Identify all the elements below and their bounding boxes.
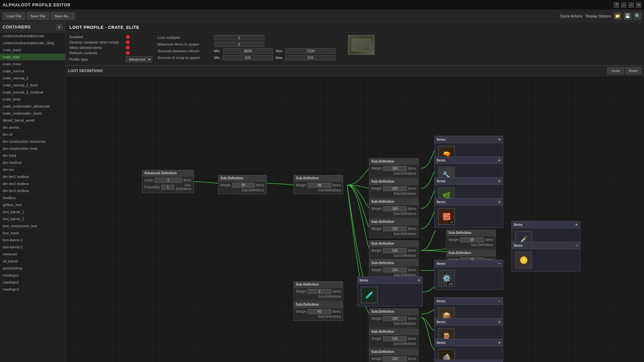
sidebar-item-dm-food[interactable]: dm food: [0, 152, 65, 159]
sidebar-item-loot_barrel_2[interactable]: loot_barrel_2: [0, 216, 65, 223]
sub-def-100-a[interactable]: Sub-Definition Weight Items Sub-Definiti…: [369, 308, 419, 328]
item-img-7[interactable]: ⚙️ x25: [438, 270, 455, 287]
allow-skinned-indicator[interactable]: [126, 46, 130, 50]
item-img-8[interactable]: 🧪: [361, 287, 378, 303]
weight-3f[interactable]: [383, 267, 407, 273]
sidebar-item-loot-barrel-2[interactable]: loot-barrel-2: [0, 244, 65, 251]
seconds-max-input[interactable]: [285, 48, 336, 54]
folder-icon[interactable]: 📁: [614, 12, 621, 20]
redo-button[interactable]: Redo: [625, 67, 641, 74]
sidebar-item-dm-medical[interactable]: dm medical: [0, 159, 65, 166]
sub-def-low-2[interactable]: Sub-Definition Weight Items Sub-Definiti…: [293, 281, 343, 301]
items-minus-9[interactable]: −: [498, 299, 501, 303]
item-img-6[interactable]: 🪙: [515, 252, 532, 268]
probability-input[interactable]: [161, 185, 175, 190]
sub-def-3b[interactable]: Sub-Definition Weight Items Sub-Definiti…: [369, 178, 419, 198]
items-node-8[interactable]: Items + 🧪: [357, 277, 423, 306]
items-add-3[interactable]: +: [498, 179, 501, 183]
enabled-indicator[interactable]: [126, 35, 130, 39]
sidebar-item-presentdrop[interactable]: presentdrop: [0, 265, 65, 272]
sub-def-node-1[interactable]: Sub-Definition Weight Items Sub-Definiti…: [218, 175, 267, 194]
items-add-11[interactable]: +: [498, 340, 501, 345]
sidebar-item-dm-ammo[interactable]: dm ammo: [0, 124, 65, 131]
sidebar-item-giftbox_loot[interactable]: giftbox_loot: [0, 201, 65, 208]
sidebar-item-loot-barrel-1[interactable]: loot-barrel-1: [0, 237, 65, 244]
sidebar-item-codelockedhackablecrate[interactable]: codelockedhackablecrate: [0, 33, 65, 40]
search-icon[interactable]: 🔍: [634, 12, 641, 20]
save-file-button[interactable]: Save File: [26, 12, 49, 20]
items-add-2[interactable]: +: [498, 158, 501, 163]
scrap-min-input[interactable]: [223, 55, 273, 60]
weight-100b[interactable]: [383, 336, 407, 341]
save-icon[interactable]: 💾: [624, 12, 631, 20]
sidebar-item-dm-construction-resources[interactable]: dm construction resources: [0, 138, 65, 145]
sub-def-3c[interactable]: Sub-Definition Weight Items Sub-Definiti…: [369, 198, 419, 218]
sidebar-item-roadsign2[interactable]: roadsign2: [0, 279, 65, 286]
weight-3c[interactable]: [383, 206, 407, 211]
sidebar-item-crate_underwater_basic[interactable]: crate_underwater_basic: [0, 110, 65, 117]
max-items-input[interactable]: [214, 42, 264, 47]
sub-def-3a[interactable]: Sub-Definition Weight Items Sub-Definiti…: [369, 158, 419, 178]
items-node-6[interactable]: Items − 🪙: [512, 242, 580, 272]
canvas-area[interactable]: Advanced Definition Loops Items Probabil…: [65, 76, 644, 362]
load-file-button[interactable]: Load File: [3, 12, 25, 20]
scrap-max-input[interactable]: [285, 55, 336, 60]
weight-3d[interactable]: [383, 226, 407, 231]
sub-def-4a[interactable]: Sub-Definition Weight Items Sub-Definiti…: [446, 230, 496, 249]
items-node-7[interactable]: Items − ⚙️ x25: [434, 260, 503, 290]
sidebar-item-roadsign1[interactable]: roadsign1: [0, 272, 65, 279]
weight-3b[interactable]: [383, 186, 407, 191]
undo-button[interactable]: Undo: [607, 67, 624, 74]
weight-3a[interactable]: [383, 166, 407, 171]
weight-input-1[interactable]: [232, 183, 255, 188]
save-as-button[interactable]: Save As...: [51, 12, 75, 20]
sub-def-3e[interactable]: Sub-Definition Weight Items Sub-Definiti…: [369, 240, 419, 260]
sidebar-item-loot_trash[interactable]: loot_trash: [0, 230, 65, 237]
refresh-contents-indicator[interactable]: [126, 51, 130, 55]
items-minus-6[interactable]: −: [575, 243, 578, 248]
help-button[interactable]: ?: [614, 2, 619, 8]
profile-type-select[interactable]: Advanced Basic: [126, 56, 152, 62]
close-button[interactable]: ✕: [636, 2, 641, 8]
items-add-1[interactable]: +: [498, 137, 501, 142]
sidebar-item-crate_normal[interactable]: crate_normal: [0, 68, 65, 75]
items-add-10[interactable]: +: [498, 319, 501, 324]
items-minus-7[interactable]: −: [498, 261, 501, 266]
sidebar-item-crate_normal_2_food[interactable]: crate_normal_2_food: [0, 82, 65, 89]
weight-100a[interactable]: [383, 316, 407, 321]
loops-input[interactable]: [155, 178, 182, 183]
sidebar-item-crate_normal_2[interactable]: crate_normal_2: [0, 75, 65, 82]
items-add-8[interactable]: +: [418, 278, 420, 283]
sidebar-item-roadsign3[interactable]: roadsign3: [0, 286, 65, 293]
loot-multiplier-input[interactable]: [214, 35, 264, 40]
weight-4a[interactable]: [460, 237, 484, 242]
items-add-5[interactable]: +: [575, 222, 578, 227]
sidebar-item-dm-tier2-lootbox[interactable]: dm tier2 lootbox: [0, 180, 65, 187]
sidebar-item-dm-tier3-lootbox[interactable]: dm tier3 lootbox: [0, 187, 65, 194]
sub-def-100-b[interactable]: Sub-Definition Weight Items Sub-Definiti…: [369, 328, 419, 348]
maximize-button[interactable]: □: [629, 2, 634, 8]
sidebar-item-codelockedhackablecrate_oilrig[interactable]: codelockedhackablecrate_oilrig: [0, 40, 65, 47]
sidebar-item-crate_normal_2_medical[interactable]: crate_normal_2_medical: [0, 89, 65, 96]
items-node-4[interactable]: Items + 🧱 x5: [434, 198, 503, 228]
sidebar-item-dm-construction-tools[interactable]: dm construction tools: [0, 145, 65, 152]
sidebar-item-diesel_barrel_world[interactable]: diesel_barrel_world: [0, 117, 65, 124]
sidebar-item-oil_barrel[interactable]: oil_barrel: [0, 258, 65, 265]
weight-low2[interactable]: [308, 289, 331, 294]
seconds-min-input[interactable]: [223, 48, 273, 54]
weight-3e[interactable]: [383, 248, 407, 253]
sidebar-item-dm-tier1-lootbox[interactable]: dm tier1 lootbox: [0, 173, 65, 180]
sidebar-item-crate_basic[interactable]: crate_basic: [0, 47, 65, 54]
sidebar-list[interactable]: codelockedhackablecratecodelockedhackabl…: [0, 33, 65, 362]
weight-bottom[interactable]: [383, 356, 407, 361]
add-container-button[interactable]: +: [56, 24, 62, 30]
items-node-12[interactable]: Items + 💡: [434, 360, 503, 362]
sub-def-node-2[interactable]: Sub-Definition Weight Items Sub-Definiti…: [293, 175, 343, 194]
sidebar-item-crate_underwater_advanced[interactable]: crate_underwater_advanced: [0, 103, 65, 110]
sidebar-item-foodbox[interactable]: foodbox: [0, 194, 65, 201]
advanced-def-node[interactable]: Advanced Definition Loops Items Probabil…: [142, 170, 194, 193]
sidebar-item-loot_barrel_1[interactable]: loot_barrel_1: [0, 208, 65, 216]
items-add-4[interactable]: +: [498, 199, 501, 204]
minimize-button[interactable]: —: [621, 2, 627, 8]
sidebar-item-crate_tools[interactable]: crate_tools: [0, 96, 65, 103]
